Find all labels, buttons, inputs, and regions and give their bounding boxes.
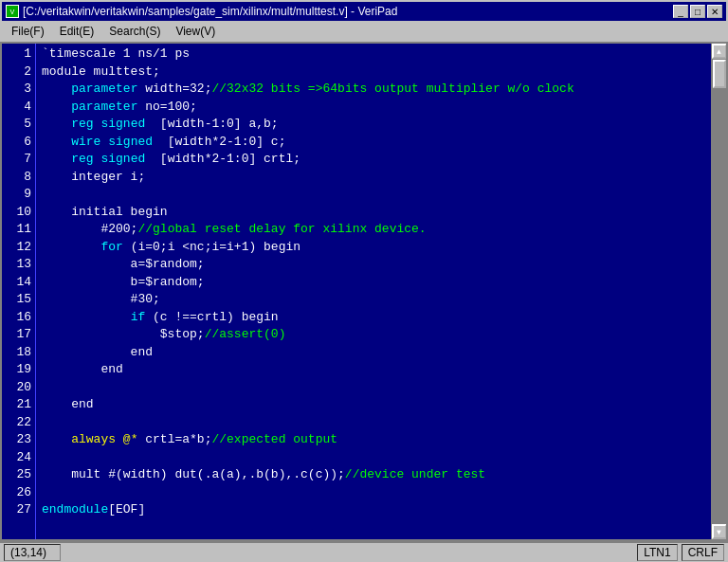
code-token: initial begin [42, 204, 168, 222]
line-number: 23 [6, 431, 31, 449]
code-token [42, 309, 131, 327]
maximize-button[interactable]: □ [690, 5, 705, 18]
code-line: reg signed [width*2-1:0] crtl; [42, 151, 705, 169]
code-token: #30; [42, 291, 160, 309]
line-number: 10 [6, 204, 31, 222]
code-line: end [42, 344, 705, 362]
close-button[interactable]: ✕ [707, 5, 722, 18]
code-token: endmodule [42, 501, 108, 519]
scroll-up-button[interactable]: ▲ [712, 44, 727, 59]
line-number: 26 [6, 484, 31, 502]
line-number: 24 [6, 449, 31, 467]
code-token: `timescale 1 ns/1 ps [42, 45, 190, 63]
code-token: end [42, 344, 153, 362]
code-token: //expected output [211, 431, 337, 449]
line-number: 21 [6, 396, 31, 414]
line-number: 2 [6, 63, 31, 82]
code-token [42, 134, 71, 152]
code-token [42, 151, 71, 169]
code-token [42, 81, 71, 99]
line-number: 19 [6, 361, 31, 379]
code-token: width=32; [137, 81, 211, 99]
code-line [42, 414, 705, 432]
status-bar: (13,14) LTN1 CRLF [0, 541, 728, 562]
scroll-track[interactable] [712, 59, 727, 524]
menu-file[interactable]: File(F) [6, 24, 50, 39]
code-line [42, 186, 705, 204]
code-line: parameter no=100; [42, 99, 705, 117]
code-line: for (i=0;i <nc;i=i+1) begin [42, 239, 705, 257]
scroll-thumb[interactable] [713, 60, 726, 88]
code-line: end [42, 396, 705, 414]
line-numbers: 1234567891011121314151617181920212223242… [2, 44, 36, 539]
line-number: 27 [6, 501, 31, 519]
code-line: wire signed [width*2-1:0] c; [42, 134, 705, 152]
code-token: [width*2-1:0] crtl; [145, 151, 300, 169]
code-token: module multtest; [42, 63, 160, 82]
code-line: reg signed [width-1:0] a,b; [42, 116, 705, 134]
line-number: 5 [6, 116, 31, 134]
code-token: always @* [71, 431, 137, 449]
menu-view[interactable]: View(V) [170, 24, 221, 39]
title-bar-left: V [C:/veritakwin/veritakwin/samples/gate… [6, 5, 397, 18]
line-number: 1 [6, 45, 31, 63]
code-line: initial begin [42, 204, 705, 222]
code-line: `timescale 1 ns/1 ps [42, 45, 705, 63]
line-number: 6 [6, 134, 31, 152]
code-token: integer i; [42, 169, 145, 187]
menu-edit[interactable]: Edit(E) [54, 24, 100, 39]
status-ltn: LTN1 [637, 544, 677, 561]
code-line: b=$random; [42, 274, 705, 292]
menu-bar: File(F) Edit(E) Search(S) View(V) [0, 21, 728, 42]
code-token: if [131, 309, 146, 327]
code-token [42, 99, 71, 117]
code-token: (c !==crtl) begin [145, 309, 278, 327]
code-line [42, 484, 705, 502]
code-line [42, 449, 705, 467]
code-line [42, 379, 705, 397]
code-line: always @* crtl=a*b;//expected output [42, 431, 705, 449]
editor-container: 1234567891011121314151617181920212223242… [0, 42, 728, 541]
code-token: wire signed [71, 134, 153, 152]
line-number: 22 [6, 414, 31, 432]
code-token: reg signed [71, 116, 145, 134]
code-token: end [42, 361, 123, 379]
code-token: reg signed [71, 151, 145, 169]
code-token: //global reset delay for xilinx device. [137, 221, 426, 239]
code-token: no=100; [137, 99, 196, 117]
code-token: #200; [42, 221, 137, 239]
code-token: for [100, 239, 122, 257]
code-token: a=$random; [42, 256, 205, 274]
code-line: endmodule[EOF] [42, 501, 705, 519]
code-token: [EOF] [108, 501, 145, 519]
line-number: 14 [6, 274, 31, 292]
line-number: 12 [6, 239, 31, 257]
code-line: #30; [42, 291, 705, 309]
code-token: //assert(0) [205, 326, 286, 344]
code-area[interactable]: `timescale 1 ns/1 psmodule multtest; par… [36, 44, 711, 539]
code-line: mult #(width) dut(.a(a),.b(b),.c(c));//d… [42, 466, 705, 484]
code-line: if (c !==crtl) begin [42, 309, 705, 327]
code-token: //device under test [345, 466, 485, 484]
code-token: //32x32 bits =>64bits output multiplier … [211, 81, 573, 99]
line-number: 3 [6, 81, 31, 99]
code-token: (i=0;i <nc;i=i+1) begin [123, 239, 300, 257]
title-buttons: _ □ ✕ [673, 5, 722, 18]
code-line: parameter width=32;//32x32 bits =>64bits… [42, 81, 705, 99]
line-number: 16 [6, 309, 31, 327]
code-token [42, 116, 71, 134]
status-position: (13,14) [4, 544, 61, 561]
code-token: $stop; [42, 326, 205, 344]
code-line: #200;//global reset delay for xilinx dev… [42, 221, 705, 239]
menu-search[interactable]: Search(S) [103, 24, 166, 39]
code-token: [width*2-1:0] c; [153, 134, 285, 152]
code-token: parameter [71, 99, 137, 117]
scroll-down-button[interactable]: ▼ [712, 524, 727, 539]
code-token [42, 431, 71, 449]
code-line: integer i; [42, 169, 705, 187]
code-line: a=$random; [42, 256, 705, 274]
line-number: 25 [6, 466, 31, 484]
scrollbar[interactable]: ▲ ▼ [711, 44, 726, 539]
minimize-button[interactable]: _ [673, 5, 688, 18]
code-line: $stop;//assert(0) [42, 326, 705, 344]
